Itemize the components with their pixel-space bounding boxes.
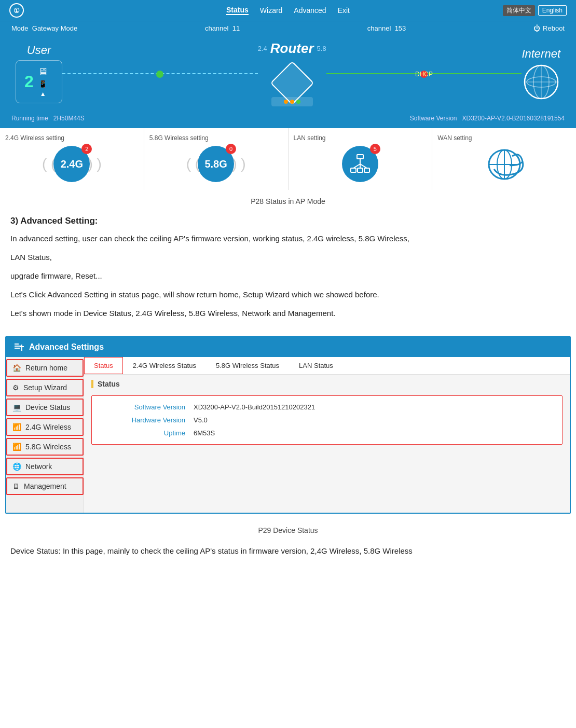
internet-section: Internet <box>522 47 560 100</box>
tab-58g-wireless-status[interactable]: 5.8G Wireless Status <box>206 357 289 374</box>
user-count: 2 <box>24 72 34 91</box>
tile-24g[interactable]: 2.4G Wireless setting ( ( 2 2.4G ) ) <box>0 128 144 190</box>
sidebar-item-device-status[interactable]: 💻 Device Status <box>6 399 84 416</box>
sidebar-return-home-label: Return home <box>25 364 67 372</box>
monitor-icon: 🖥 <box>38 66 48 78</box>
channel-58g-label: channel <box>367 24 391 32</box>
nav-wizard[interactable]: Wizard <box>260 6 283 15</box>
bottom-text-content: Device Status: In this page, mainly to c… <box>10 546 413 555</box>
tile-24g-icon-text: 2.4G <box>61 158 83 170</box>
software-version-info: Software Version XD3200-AP-V2.0-B2016032… <box>410 115 565 122</box>
lang-cn-button[interactable]: 简体中文 <box>503 5 535 16</box>
reboot-button[interactable]: ⏻ Reboot <box>533 24 565 32</box>
software-version-value: XD3200-AP-V2.0-Build20151210202321 <box>194 403 315 411</box>
info-row-hardware: Hardware Version V5.0 <box>102 416 552 424</box>
svg-rect-9 <box>358 168 363 172</box>
router-panel: ① Status Wizard Advanced Exit 简体中文 Engli… <box>0 0 576 127</box>
power-icon: ⏻ <box>533 24 540 32</box>
hardware-version-label: Hardware Version <box>102 416 185 424</box>
user-to-router-line <box>62 53 258 94</box>
sidebar-item-return-home[interactable]: 🏠 Return home <box>6 359 84 377</box>
wan-icon <box>484 146 525 182</box>
globe-icon <box>523 64 559 100</box>
sidebar-device-status-label: Device Status <box>25 403 70 411</box>
article-para-3: Let's Click Advanced Setting in status p… <box>10 289 566 301</box>
router-info-bar: Mode Gateway Mode channel 11 channel 153… <box>0 21 576 35</box>
router-nav: Status Wizard Advanced Exit <box>226 6 350 15</box>
svg-rect-7 <box>357 155 363 159</box>
sidebar-item-24g-wireless[interactable]: 📶 2.4G Wireless <box>6 418 84 436</box>
article-heading: 3) Advanced Setting: <box>10 216 566 226</box>
tile-58g[interactable]: 5.8G Wireless setting ( ( 0 5.8G ) ) <box>144 128 289 190</box>
lang-en-button[interactable]: English <box>538 5 567 16</box>
tile-wan[interactable]: WAN setting <box>432 128 576 190</box>
signal-24g-icon: 📶 <box>12 423 21 431</box>
tile-24g-badge: 2 <box>81 144 92 154</box>
router-topbar: ① Status Wizard Advanced Exit 简体中文 Engli… <box>0 0 576 21</box>
tab-24g-wireless-status[interactable]: 2.4G Wireless Status <box>123 357 206 374</box>
sidebar-24g-wireless-label: 2.4G Wireless <box>25 423 71 431</box>
settings-tiles: 2.4G Wireless setting ( ( 2 2.4G ) ) 5.8… <box>0 127 576 190</box>
sidebar-item-setup-wizard[interactable]: ⚙ Setup Wizard <box>6 379 84 396</box>
caption-2: P29 Device Status <box>0 521 576 540</box>
arc-right-2: ) ) <box>232 156 245 172</box>
info-row-uptime: Uptime 6M53S <box>102 429 552 437</box>
user-label: User <box>27 44 51 57</box>
phone-icon: 📱 <box>38 80 47 88</box>
tile-24g-title: 2.4G Wireless setting <box>5 134 64 142</box>
tile-58g-circle: 0 5.8G <box>198 146 234 182</box>
sidebar-item-network[interactable]: 🌐 Network <box>6 458 84 475</box>
lan-icon <box>350 154 371 174</box>
wifi-signal-icon: ▲ <box>40 90 46 98</box>
router-device <box>264 60 321 106</box>
tile-58g-title: 5.8G Wireless setting <box>149 134 209 142</box>
nav-status[interactable]: Status <box>226 6 249 15</box>
lang-selector: 简体中文 English <box>503 5 567 16</box>
sidebar-58g-wireless-label: 5.8G Wireless <box>25 443 71 451</box>
mode-value: Gateway Mode <box>32 24 77 32</box>
adv-sidebar: 🏠 Return home ⚙ Setup Wizard 💻 Device St… <box>6 357 84 513</box>
tab-lan-status[interactable]: LAN Status <box>289 357 343 374</box>
network-icon: 🌐 <box>12 462 21 471</box>
router-diagram: User 2 🖥 📱 ▲ 2.4 Router 5.8 <box>0 35 576 112</box>
nav-exit[interactable]: Exit <box>338 6 350 15</box>
sidebar-item-58g-wireless[interactable]: 📶 5.8G Wireless <box>6 438 84 456</box>
tile-lan[interactable]: LAN setting 5 <box>289 128 433 190</box>
user-icons: 🖥 📱 ▲ <box>38 66 48 98</box>
tile-lan-circle: 5 <box>342 146 378 182</box>
sidebar-item-management[interactable]: 🖥 Management <box>6 477 84 495</box>
led-1 <box>284 100 288 104</box>
signal-58g-icon: 📶 <box>12 443 21 451</box>
svg-line-12 <box>353 164 360 168</box>
channel-58g-value: 153 <box>395 24 406 32</box>
mode-info: Mode Gateway Mode <box>11 24 77 32</box>
svg-line-14 <box>360 164 367 168</box>
svg-rect-19 <box>15 344 19 345</box>
adv-header: Advanced Settings <box>6 337 570 357</box>
sidebar-network-label: Network <box>25 462 52 471</box>
band-24g-label: 2.4 <box>258 45 267 52</box>
reboot-label: Reboot <box>543 24 565 32</box>
hardware-version-value: V5.0 <box>194 416 208 424</box>
uptime-value: 6M53S <box>194 429 215 437</box>
user-section: User 2 🖥 📱 ▲ <box>16 44 62 103</box>
bottom-text: Device Status: In this page, mainly to c… <box>0 540 576 565</box>
logo-icon: ① <box>9 3 24 18</box>
tile-58g-badge: 0 <box>226 144 236 154</box>
router-label: Router <box>270 40 314 57</box>
nav-advanced[interactable]: Advanced <box>294 6 326 15</box>
router-logo: ① <box>9 3 24 18</box>
router-to-internet-line: DHCP <box>326 53 522 94</box>
arc-right-1: ) ) <box>88 156 101 172</box>
laptop-icon: 💻 <box>12 403 21 411</box>
channel-24g-label: channel <box>205 24 229 32</box>
bars-icon <box>13 341 25 353</box>
adv-header-label: Advanced Settings <box>29 342 104 352</box>
channel-24g-value: 11 <box>232 24 240 32</box>
led-3 <box>296 100 300 104</box>
tab-status[interactable]: Status <box>84 357 123 374</box>
software-version-label: Software Version <box>410 115 457 122</box>
router-version-bar: Running time 2H50M44S Software Version X… <box>0 112 576 127</box>
article-para-1: LAN Status, <box>10 251 566 264</box>
svg-rect-10 <box>364 168 369 172</box>
